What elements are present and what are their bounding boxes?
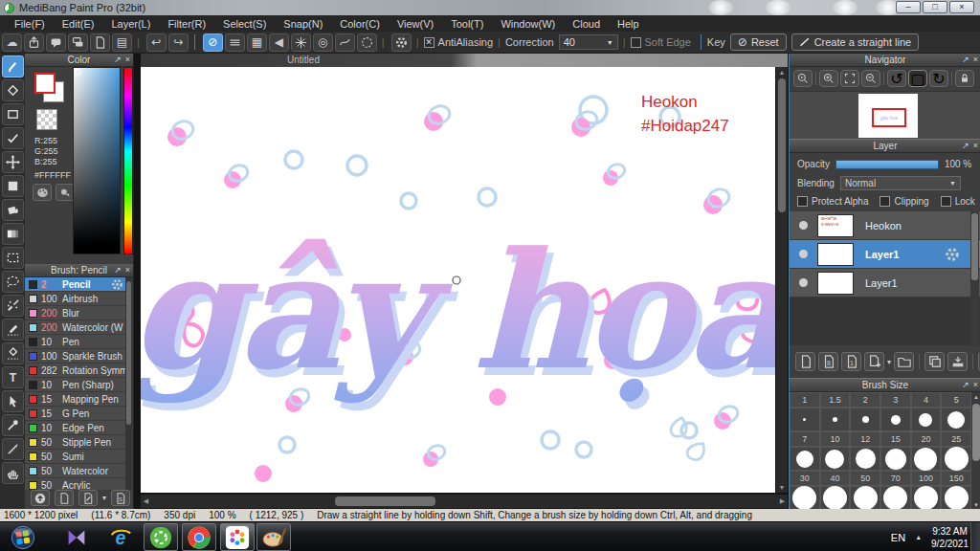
paint-taskbar-button[interactable] [256,523,291,551]
menu-snap[interactable]: Snap(N) [275,18,331,30]
eyedropper-tool-button[interactable] [2,414,24,436]
menu-select[interactable]: Select(S) [214,18,275,30]
layer-visibility-icon[interactable] [799,250,808,258]
canvas-horizontal-scrollbar[interactable]: ◀▶ [141,495,788,508]
zoom-in-button[interactable] [819,70,838,87]
menu-layer[interactable]: Layer(L) [102,18,159,30]
redo-button[interactable]: ↪ [168,33,189,52]
brush-size-label[interactable]: 20 [911,431,942,447]
layout-button[interactable]: ▤ [112,33,132,52]
layer-8bit-button[interactable]: 8 [818,352,838,371]
brush-size-cell[interactable] [941,408,971,431]
opacity-slider[interactable] [835,160,939,169]
cloud-brush-button[interactable] [31,490,50,506]
tray-expand-icon[interactable]: ▲ [915,534,922,540]
select-pen-tool-button[interactable] [2,319,24,341]
maximize-button[interactable]: □ [923,1,947,13]
folder-button[interactable] [894,352,914,371]
layer-row[interactable]: Layer1 [790,269,980,298]
operation-tool-button[interactable] [2,390,24,412]
chrome-taskbar-button[interactable] [182,523,216,551]
brush-size-cell[interactable] [790,486,820,510]
brush-row[interactable]: 2Pencil [25,277,126,292]
reset-rotation-button[interactable]: ▢ [908,70,927,87]
brush-size-cell[interactable] [790,447,820,471]
rotate-left-button[interactable]: ↺ [887,70,906,87]
snap-radial-button[interactable] [291,33,311,52]
layer-visibility-icon[interactable] [799,221,808,230]
hand-tool-button[interactable] [2,462,24,484]
brush-size-cell[interactable] [850,486,880,510]
snap-concentric-button[interactable]: ◎ [313,33,333,52]
close-icon[interactable]: × [973,55,978,64]
taskbar-clock[interactable]: 9:32 AM9/2/2021 [931,525,969,550]
show-desktop-button[interactable] [970,522,980,551]
transparent-color-swatch[interactable] [36,109,57,130]
comments-button[interactable] [68,33,88,52]
layer-row[interactable]: w~w^wx-wvv~sHeokon [790,211,980,240]
brush-size-label[interactable]: 7 [790,431,820,447]
cloud-button[interactable]: ☁ [2,33,22,52]
popout-icon[interactable]: ↗ [962,380,969,389]
snap-off-button[interactable]: ⊘ [203,33,223,52]
duplicate-button[interactable] [924,352,945,371]
move-tool-button[interactable] [2,151,24,173]
brush-list-scrollbar[interactable] [125,277,132,490]
brush-size-label[interactable]: 40 [820,471,851,486]
brush-row[interactable]: 50Watercolor [25,464,126,478]
select-tool-button[interactable] [2,247,24,269]
magic-wand-tool-button[interactable] [2,295,24,317]
layer-list-scrollbar[interactable] [970,211,979,345]
brush-row[interactable]: 100Sparkle Brush [25,349,126,364]
brush-size-label[interactable]: 1.5 [820,392,851,408]
brush-size-label[interactable]: 4 [911,392,942,408]
brush-size-label[interactable]: 70 [880,471,911,486]
snap-grid-button[interactable]: ▦ [247,33,267,52]
gradient-tool-button[interactable] [2,223,24,245]
export-button[interactable] [24,33,44,52]
edit-brush-button[interactable] [78,490,98,506]
brush-row[interactable]: 50Sumi [25,450,126,464]
menu-tool[interactable]: Tool(T) [442,18,492,30]
brush-row[interactable]: 10Edge Pen [25,421,126,435]
saturation-value-picker[interactable] [73,67,121,254]
close-icon[interactable]: × [125,55,130,64]
create-straight-line-button[interactable]: Create a straight line [791,33,920,51]
brush-size-cell[interactable] [911,486,942,510]
brush-row[interactable]: 282Rotation Symm [25,364,126,378]
comment-button[interactable] [46,33,66,52]
rect-fill-tool-button[interactable] [2,175,24,197]
shape-tool-button[interactable] [2,103,24,125]
brush-size-label[interactable]: 3 [880,392,911,408]
brush-size-label[interactable]: 30 [790,471,820,486]
menu-filter[interactable]: Filter(R) [159,18,214,30]
brush-size-label[interactable]: 25 [941,431,971,447]
start-taskbar-button[interactable] [6,523,40,551]
text-tool-button[interactable]: T [2,366,24,388]
ie-taskbar-button[interactable]: e [103,523,138,551]
brush-size-cell[interactable] [911,408,942,431]
brush-size-cell[interactable] [941,486,971,510]
brush-row[interactable]: 100Airbrush [25,292,126,306]
undo-button[interactable]: ↩ [146,33,167,52]
layer-1bit-button[interactable]: 1 [841,352,861,371]
fit-screen-button[interactable] [840,70,859,87]
snap-curve-button[interactable] [335,33,355,52]
soft-edge-checkbox[interactable] [631,37,641,48]
brush-size-cell[interactable] [790,408,820,431]
brush-size-cell[interactable] [850,447,880,471]
brush-size-cell[interactable] [820,408,851,431]
brush-size-label[interactable]: 1 [790,392,820,408]
chevron-down-icon[interactable]: ▾ [887,358,891,366]
snap-vanish-button[interactable]: ◀ [269,33,289,52]
popout-icon[interactable]: ↗ [962,55,969,64]
color-swap-icon[interactable] [56,184,75,201]
canvas[interactable]: gây họagây họaHeokon#Hoidap247 [141,67,775,493]
layer-visibility-icon[interactable] [799,278,808,287]
gear-icon[interactable] [111,278,123,291]
brush-size-cell[interactable] [850,408,880,431]
navigator-viewport[interactable]: gây họa [872,108,906,127]
brush-size-label[interactable]: 150 [941,471,971,486]
brush-row[interactable]: 50Acrylic [25,478,126,490]
brush-row[interactable]: 15G Pen [25,407,126,421]
